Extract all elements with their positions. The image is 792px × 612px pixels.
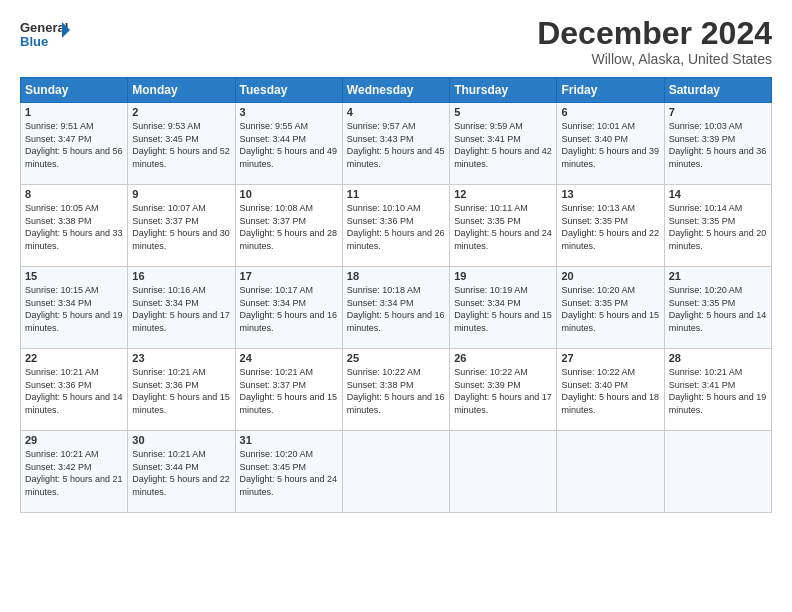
day-number: 24	[240, 352, 338, 364]
col-sunday: Sunday	[21, 78, 128, 103]
day-info: Sunrise: 10:16 AMSunset: 3:34 PMDaylight…	[132, 285, 230, 333]
calendar-cell: 13 Sunrise: 10:13 AMSunset: 3:35 PMDayli…	[557, 185, 664, 267]
header-row: Sunday Monday Tuesday Wednesday Thursday…	[21, 78, 772, 103]
calendar-cell: 18 Sunrise: 10:18 AMSunset: 3:34 PMDayli…	[342, 267, 449, 349]
calendar-cell: 19 Sunrise: 10:19 AMSunset: 3:34 PMDayli…	[450, 267, 557, 349]
calendar-cell: 22 Sunrise: 10:21 AMSunset: 3:36 PMDayli…	[21, 349, 128, 431]
calendar-body: 1 Sunrise: 9:51 AMSunset: 3:47 PMDayligh…	[21, 103, 772, 513]
day-number: 15	[25, 270, 123, 282]
calendar-cell: 2 Sunrise: 9:53 AMSunset: 3:45 PMDayligh…	[128, 103, 235, 185]
day-number: 8	[25, 188, 123, 200]
svg-text:Blue: Blue	[20, 34, 48, 49]
day-info: Sunrise: 10:21 AMSunset: 3:36 PMDaylight…	[132, 367, 230, 415]
day-number: 2	[132, 106, 230, 118]
calendar-cell: 31 Sunrise: 10:20 AMSunset: 3:45 PMDayli…	[235, 431, 342, 513]
day-number: 5	[454, 106, 552, 118]
day-info: Sunrise: 10:05 AMSunset: 3:38 PMDaylight…	[25, 203, 123, 251]
day-number: 26	[454, 352, 552, 364]
day-info: Sunrise: 10:21 AMSunset: 3:42 PMDaylight…	[25, 449, 123, 497]
day-number: 27	[561, 352, 659, 364]
day-number: 30	[132, 434, 230, 446]
header: General Blue December 2024 Willow, Alask…	[20, 16, 772, 67]
day-info: Sunrise: 10:15 AMSunset: 3:34 PMDaylight…	[25, 285, 123, 333]
day-info: Sunrise: 10:10 AMSunset: 3:36 PMDaylight…	[347, 203, 445, 251]
day-number: 6	[561, 106, 659, 118]
logo-svg: General Blue	[20, 16, 70, 56]
logo: General Blue	[20, 16, 70, 56]
calendar-cell: 16 Sunrise: 10:16 AMSunset: 3:34 PMDayli…	[128, 267, 235, 349]
day-info: Sunrise: 10:21 AMSunset: 3:36 PMDaylight…	[25, 367, 123, 415]
calendar-cell: 4 Sunrise: 9:57 AMSunset: 3:43 PMDayligh…	[342, 103, 449, 185]
calendar-cell	[664, 431, 771, 513]
day-number: 28	[669, 352, 767, 364]
calendar-week-5: 29 Sunrise: 10:21 AMSunset: 3:42 PMDayli…	[21, 431, 772, 513]
day-number: 17	[240, 270, 338, 282]
col-friday: Friday	[557, 78, 664, 103]
calendar-cell: 27 Sunrise: 10:22 AMSunset: 3:40 PMDayli…	[557, 349, 664, 431]
col-monday: Monday	[128, 78, 235, 103]
day-number: 12	[454, 188, 552, 200]
day-info: Sunrise: 10:21 AMSunset: 3:41 PMDaylight…	[669, 367, 767, 415]
day-number: 9	[132, 188, 230, 200]
calendar-cell: 20 Sunrise: 10:20 AMSunset: 3:35 PMDayli…	[557, 267, 664, 349]
calendar-cell: 3 Sunrise: 9:55 AMSunset: 3:44 PMDayligh…	[235, 103, 342, 185]
calendar-table: Sunday Monday Tuesday Wednesday Thursday…	[20, 77, 772, 513]
day-info: Sunrise: 10:08 AMSunset: 3:37 PMDaylight…	[240, 203, 338, 251]
day-number: 25	[347, 352, 445, 364]
calendar-cell: 7 Sunrise: 10:03 AMSunset: 3:39 PMDaylig…	[664, 103, 771, 185]
day-number: 4	[347, 106, 445, 118]
day-number: 18	[347, 270, 445, 282]
day-info: Sunrise: 10:13 AMSunset: 3:35 PMDaylight…	[561, 203, 659, 251]
day-info: Sunrise: 10:19 AMSunset: 3:34 PMDaylight…	[454, 285, 552, 333]
day-number: 23	[132, 352, 230, 364]
calendar-cell: 24 Sunrise: 10:21 AMSunset: 3:37 PMDayli…	[235, 349, 342, 431]
day-info: Sunrise: 10:20 AMSunset: 3:35 PMDaylight…	[669, 285, 767, 333]
day-number: 10	[240, 188, 338, 200]
col-tuesday: Tuesday	[235, 78, 342, 103]
day-number: 3	[240, 106, 338, 118]
location: Willow, Alaska, United States	[537, 51, 772, 67]
calendar-cell: 1 Sunrise: 9:51 AMSunset: 3:47 PMDayligh…	[21, 103, 128, 185]
month-title: December 2024	[537, 16, 772, 51]
calendar-cell	[450, 431, 557, 513]
calendar-cell: 26 Sunrise: 10:22 AMSunset: 3:39 PMDayli…	[450, 349, 557, 431]
calendar-week-1: 1 Sunrise: 9:51 AMSunset: 3:47 PMDayligh…	[21, 103, 772, 185]
col-saturday: Saturday	[664, 78, 771, 103]
calendar-cell: 29 Sunrise: 10:21 AMSunset: 3:42 PMDayli…	[21, 431, 128, 513]
day-info: Sunrise: 9:57 AMSunset: 3:43 PMDaylight:…	[347, 121, 445, 169]
day-info: Sunrise: 10:17 AMSunset: 3:34 PMDaylight…	[240, 285, 338, 333]
day-info: Sunrise: 10:21 AMSunset: 3:37 PMDaylight…	[240, 367, 338, 415]
day-info: Sunrise: 10:18 AMSunset: 3:34 PMDaylight…	[347, 285, 445, 333]
calendar-header: Sunday Monday Tuesday Wednesday Thursday…	[21, 78, 772, 103]
col-thursday: Thursday	[450, 78, 557, 103]
calendar-cell: 25 Sunrise: 10:22 AMSunset: 3:38 PMDayli…	[342, 349, 449, 431]
day-info: Sunrise: 10:20 AMSunset: 3:35 PMDaylight…	[561, 285, 659, 333]
calendar-cell: 10 Sunrise: 10:08 AMSunset: 3:37 PMDayli…	[235, 185, 342, 267]
calendar-week-2: 8 Sunrise: 10:05 AMSunset: 3:38 PMDaylig…	[21, 185, 772, 267]
day-info: Sunrise: 10:01 AMSunset: 3:40 PMDaylight…	[561, 121, 659, 169]
day-number: 29	[25, 434, 123, 446]
calendar-cell: 15 Sunrise: 10:15 AMSunset: 3:34 PMDayli…	[21, 267, 128, 349]
calendar-cell: 5 Sunrise: 9:59 AMSunset: 3:41 PMDayligh…	[450, 103, 557, 185]
svg-text:General: General	[20, 20, 68, 35]
calendar-week-4: 22 Sunrise: 10:21 AMSunset: 3:36 PMDayli…	[21, 349, 772, 431]
calendar-cell	[342, 431, 449, 513]
day-info: Sunrise: 10:14 AMSunset: 3:35 PMDaylight…	[669, 203, 767, 251]
day-info: Sunrise: 10:07 AMSunset: 3:37 PMDaylight…	[132, 203, 230, 251]
day-info: Sunrise: 10:22 AMSunset: 3:38 PMDaylight…	[347, 367, 445, 415]
calendar-cell	[557, 431, 664, 513]
calendar-week-3: 15 Sunrise: 10:15 AMSunset: 3:34 PMDayli…	[21, 267, 772, 349]
calendar-cell: 8 Sunrise: 10:05 AMSunset: 3:38 PMDaylig…	[21, 185, 128, 267]
day-info: Sunrise: 9:51 AMSunset: 3:47 PMDaylight:…	[25, 121, 123, 169]
day-number: 13	[561, 188, 659, 200]
calendar-cell: 30 Sunrise: 10:21 AMSunset: 3:44 PMDayli…	[128, 431, 235, 513]
day-number: 19	[454, 270, 552, 282]
day-info: Sunrise: 9:59 AMSunset: 3:41 PMDaylight:…	[454, 121, 552, 169]
calendar-cell: 28 Sunrise: 10:21 AMSunset: 3:41 PMDayli…	[664, 349, 771, 431]
calendar-cell: 21 Sunrise: 10:20 AMSunset: 3:35 PMDayli…	[664, 267, 771, 349]
calendar-cell: 14 Sunrise: 10:14 AMSunset: 3:35 PMDayli…	[664, 185, 771, 267]
day-info: Sunrise: 10:20 AMSunset: 3:45 PMDaylight…	[240, 449, 338, 497]
calendar-cell: 17 Sunrise: 10:17 AMSunset: 3:34 PMDayli…	[235, 267, 342, 349]
calendar-cell: 6 Sunrise: 10:01 AMSunset: 3:40 PMDaylig…	[557, 103, 664, 185]
day-info: Sunrise: 9:53 AMSunset: 3:45 PMDaylight:…	[132, 121, 230, 169]
